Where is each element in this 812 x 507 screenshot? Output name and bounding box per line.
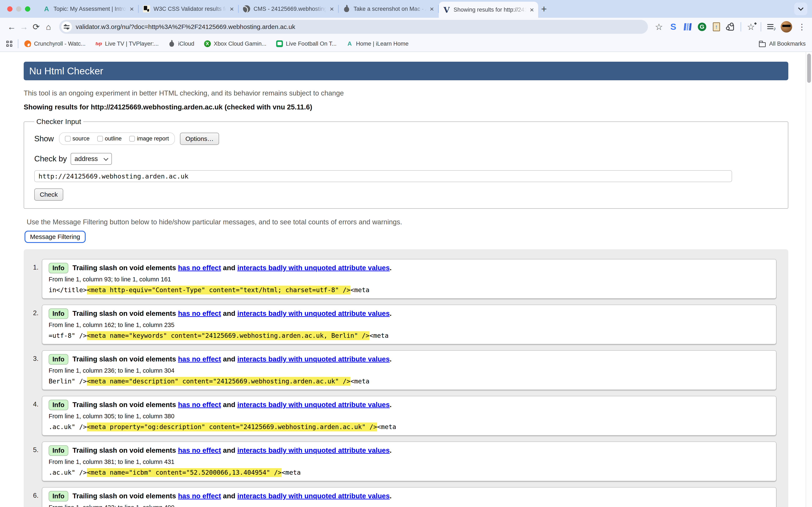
filter-hint: Use the Message Filtering button below t… [27,218,788,226]
has-no-effect-link[interactable]: has no effect [178,309,221,317]
check-button[interactable]: Check [34,188,63,201]
extensions-puzzle-icon[interactable] [726,22,735,32]
unquoted-attr-link[interactable]: interacts badly with unquoted attribute … [237,401,390,408]
code-highlight: <meta http-equiv="Content-Type" content=… [87,286,350,294]
tabs-container: A Topic: My Assessment | Introd × W3C CS… [39,0,538,18]
message-location: From line 1, column 236; to line 1, colu… [49,367,770,374]
home-button[interactable]: ⌂ [42,21,55,33]
sparkle-star-icon[interactable]: ☆ [746,22,756,32]
profile-avatar[interactable] [781,21,792,33]
tab-close-icon[interactable]: × [230,5,234,12]
page-title: Nu Html Checker [24,62,788,80]
tab-close-icon[interactable]: × [430,5,434,12]
forward-button[interactable]: → [18,21,30,33]
message-code: in</title><meta http-equiv="Content-Type… [49,286,770,294]
options-button[interactable]: Options… [180,133,219,145]
message-number: 3. [24,350,39,362]
bookmark-item[interactable]: tvp Live TV | TVPlayer:... [95,40,159,47]
bookmark-label: Crunchyroll - Watc... [34,41,86,47]
zoom-window-button[interactable] [25,6,30,12]
has-no-effect-link[interactable]: has no effect [178,355,221,363]
message-item: 2. InfoTrailing slash on void elements h… [24,304,776,344]
document-url-input[interactable] [34,170,732,182]
browser-tab[interactable]: Take a screenshot on Mac - A × [339,0,438,18]
browser-tab[interactable]: A Topic: My Assessment | Introd × [39,0,138,18]
info-badge: Info [49,354,68,364]
browser-tab[interactable]: V Showing results for http://241 × [439,2,538,18]
message-code: Berlin" /><meta name="description" conte… [49,377,770,386]
bookmark-label: Xbox Cloud Gamin... [214,41,266,47]
unquoted-attr-link[interactable]: interacts badly with unquoted attribute … [237,309,390,317]
image-report-checkbox-item[interactable]: image report [129,135,169,142]
browser-tab[interactable]: W3C CSS Validator results for × [139,0,238,18]
playlist-icon[interactable] [766,22,776,32]
message-card: InfoTrailing slash on void elements has … [42,304,776,344]
check-by-label: Check by [34,155,67,163]
unquoted-attr-link[interactable]: interacts badly with unquoted attribute … [237,355,390,363]
extension-chart-icon[interactable] [683,22,692,32]
globe-favicon [243,5,250,12]
page-scrollbar[interactable] [806,52,812,507]
apps-grid-icon[interactable] [6,41,12,47]
message-filtering-button[interactable]: Message Filtering [24,231,86,243]
message-number: 2. [24,304,39,317]
message-number: 5. [24,442,39,454]
new-tab-button[interactable]: + [541,4,547,14]
message-item: 5. InfoTrailing slash on void elements h… [24,442,776,481]
all-bookmarks-button[interactable]: All Bookmarks [759,41,806,47]
tab-search-button[interactable] [794,3,807,15]
bookmarks-bar: Crunchyroll - Watc... tvp Live TV | TVPl… [0,36,812,52]
source-checkbox[interactable] [65,136,70,142]
minimize-window-button[interactable] [16,6,21,12]
toolbar-separator [761,22,761,32]
unquoted-attr-link[interactable]: interacts badly with unquoted attribute … [237,492,390,500]
bookmarks-separator [18,39,18,48]
extension-book-icon[interactable]: ↑ [712,22,721,32]
message-text: InfoTrailing slash on void elements has … [49,308,770,319]
extension-swirl-icon[interactable]: S [669,22,678,32]
outline-checkbox[interactable] [97,136,103,142]
browser-menu-icon[interactable]: ⋮ [797,22,807,32]
message-text: InfoTrailing slash on void elements has … [49,445,770,456]
site-settings-button[interactable] [61,21,72,32]
has-no-effect-link[interactable]: has no effect [178,264,221,272]
has-no-effect-link[interactable]: has no effect [178,446,221,454]
toolbar-separator [741,22,741,32]
tab-close-icon[interactable]: × [329,5,334,12]
bookmark-label: Home | iLearn Home [356,41,409,47]
apple-favicon [343,5,350,12]
message-code: .ac.uk" /><meta name="icbm" content="52.… [49,468,770,477]
address-bar[interactable]: validator.w3.org/nu/?doc=http%3A%2F%2F24… [59,20,648,34]
outline-checkbox-item[interactable]: outline [97,135,122,142]
nu-favicon: V [443,6,450,13]
extension-grammarly-icon[interactable]: G [697,22,707,32]
results-heading: Showing results for http://24125669.webh… [24,103,788,111]
message-card: InfoTrailing slash on void elements has … [42,487,776,507]
has-no-effect-link[interactable]: has no effect [178,401,221,408]
reload-button[interactable]: ⟳ [30,21,42,33]
message-code: =utf-8" /><meta name="keywords" content=… [49,331,770,340]
message-item: 3. InfoTrailing slash on void elements h… [24,350,776,390]
has-no-effect-link[interactable]: has no effect [178,492,221,500]
image-report-checkbox[interactable] [129,136,135,142]
unquoted-attr-link[interactable]: interacts badly with unquoted attribute … [237,446,390,454]
bookmark-item[interactable]: A Home | iLearn Home [346,40,409,47]
close-window-button[interactable] [7,6,12,12]
message-item: 1. InfoTrailing slash on void elements h… [24,259,776,299]
bookmark-item[interactable]: iCloud [168,40,194,47]
toolbar-extensions: ☆ S G ↑ ☆ ⋮ [654,21,807,33]
check-by-select[interactable]: address [70,153,112,165]
code-highlight: <meta name="icbm" content="52.5200066,13… [87,468,282,477]
bookmark-item[interactable]: X Xbox Cloud Gamin... [204,40,266,47]
bookmark-item[interactable]: Crunchyroll - Watc... [24,40,86,47]
browser-tab[interactable]: CMS - 24125669.webhosting × [239,0,338,18]
bookmark-item[interactable]: Live Football On T... [276,40,337,47]
back-button[interactable]: ← [5,21,18,33]
scrollbar-thumb[interactable] [807,54,811,83]
bookmarks-list: Crunchyroll - Watc... tvp Live TV | TVPl… [24,40,409,47]
bookmark-star-icon[interactable]: ☆ [654,22,664,32]
tab-close-icon[interactable]: × [530,6,534,13]
unquoted-attr-link[interactable]: interacts badly with unquoted attribute … [237,264,390,272]
source-checkbox-item[interactable]: source [65,135,90,142]
tab-close-icon[interactable]: × [130,5,134,12]
